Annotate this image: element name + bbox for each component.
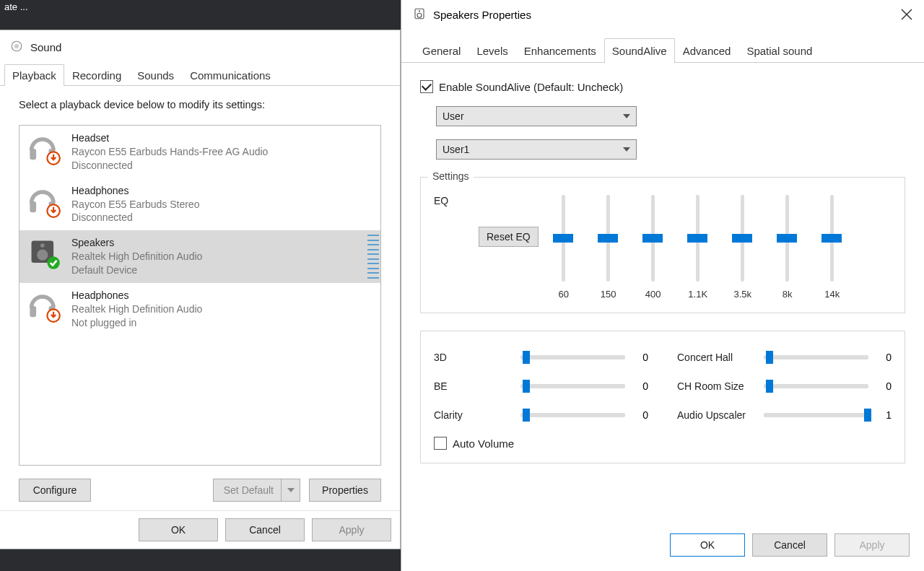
device-list[interactable]: HeadsetRaycon E55 Earbuds Hands-Free AG … — [19, 125, 381, 466]
eq-slider-3.5k[interactable]: 3.5k — [731, 195, 755, 300]
slider-thumb[interactable] — [864, 409, 871, 422]
ok-button[interactable]: OK — [670, 533, 745, 557]
apply-button[interactable]: Apply — [312, 518, 391, 541]
effect-audio-upscaler: Audio Upscaler1 — [677, 409, 892, 421]
slider-thumb[interactable] — [523, 351, 530, 364]
close-icon[interactable] — [901, 9, 912, 20]
reset-eq-button[interactable]: Reset EQ — [479, 227, 539, 247]
tab-general[interactable]: General — [414, 38, 468, 63]
device-name: Speakers — [71, 236, 202, 250]
tab-levels[interactable]: Levels — [468, 38, 515, 63]
properties-button[interactable]: Properties — [309, 479, 381, 502]
ok-button[interactable]: OK — [139, 518, 218, 541]
effect-slider[interactable] — [520, 413, 625, 417]
effect-value: 0 — [634, 409, 648, 421]
tab-recording[interactable]: Recording — [64, 64, 129, 86]
svg-point-10 — [40, 244, 44, 248]
effect-ch-room-size: CH Room Size0 — [677, 380, 892, 392]
device-row[interactable]: HeadphonesRaycon E55 Earbuds StereoDisco… — [19, 178, 380, 231]
svg-rect-12 — [30, 306, 36, 317]
svg-point-17 — [417, 13, 422, 17]
tab-enhancements[interactable]: Enhancements — [516, 38, 604, 63]
eq-slider-400[interactable]: 400 — [641, 195, 666, 300]
instruction-text: Select a playback device below to modify… — [19, 99, 381, 110]
slider-thumb[interactable] — [642, 234, 663, 243]
slider-thumb[interactable] — [553, 234, 573, 243]
device-status: Disconnected — [71, 159, 268, 173]
headset-icon — [27, 131, 61, 166]
eq-slider-1.1K[interactable]: 1.1K — [686, 195, 710, 300]
device-status: Not plugged in — [71, 316, 202, 330]
device-description: Realtek High Definition Audio — [71, 250, 202, 263]
svg-point-9 — [37, 250, 48, 261]
effect-slider[interactable] — [520, 355, 625, 359]
tab-advanced[interactable]: Advanced — [675, 38, 739, 63]
eq-slider-150[interactable]: 150 — [596, 195, 621, 300]
eq-band-label: 14k — [824, 289, 840, 300]
eq-slider-60[interactable]: 60 — [552, 195, 576, 300]
slider-thumb[interactable] — [687, 234, 707, 243]
eq-band-label: 8k — [783, 289, 793, 300]
chevron-down-icon[interactable] — [281, 479, 300, 501]
settings-legend: Settings — [428, 170, 474, 182]
effect-slider[interactable] — [764, 413, 868, 417]
slider-thumb[interactable] — [766, 380, 773, 393]
effect-value: 1 — [877, 409, 892, 421]
speakers-properties-window: Speakers Properties GeneralLevelsEnhance… — [401, 0, 924, 571]
effect-slider[interactable] — [764, 384, 868, 388]
level-meter — [366, 230, 380, 283]
eq-band-label: 60 — [558, 289, 568, 300]
effect-label: 3D — [434, 352, 512, 363]
effect-be: BE0 — [434, 380, 648, 392]
device-status: Disconnected — [71, 211, 199, 225]
preset-combo-2[interactable]: User1 — [436, 139, 637, 160]
preset-combo-1[interactable]: User — [436, 106, 637, 126]
auto-volume-checkbox[interactable] — [434, 437, 447, 450]
configure-button[interactable]: Configure — [19, 479, 91, 502]
properties-tabs: GeneralLevelsEnhancementsSoundAliveAdvan… — [401, 29, 924, 63]
speaker-icon — [27, 236, 61, 271]
effect-label: Concert Hall — [677, 352, 755, 363]
eq-band-label: 150 — [601, 289, 616, 300]
auto-volume-label: Auto Volume — [453, 437, 514, 450]
slider-thumb[interactable] — [766, 351, 773, 364]
enable-soundalive-checkbox[interactable] — [420, 80, 433, 93]
device-description: Raycon E55 Earbuds Stereo — [71, 198, 199, 212]
eq-slider-8k[interactable]: 8k — [775, 195, 800, 300]
tab-spatial-sound[interactable]: Spatial sound — [738, 38, 820, 63]
svg-point-18 — [419, 10, 420, 12]
tab-communications[interactable]: Communications — [182, 64, 279, 86]
device-row[interactable]: HeadsetRaycon E55 Earbuds Hands-Free AG … — [19, 126, 380, 178]
tab-sounds[interactable]: Sounds — [129, 64, 182, 86]
effect-slider[interactable] — [764, 355, 868, 359]
svg-point-1 — [14, 44, 19, 48]
effect-value: 0 — [877, 352, 892, 363]
slider-thumb[interactable] — [821, 234, 842, 243]
slider-thumb[interactable] — [523, 409, 530, 422]
eq-band-label: 1.1K — [688, 289, 707, 300]
slider-thumb[interactable] — [523, 380, 530, 393]
effect-value: 0 — [877, 380, 892, 392]
cancel-button[interactable]: Cancel — [225, 518, 305, 541]
background-window-titlebar: ate ... — [0, 0, 401, 30]
device-description: Raycon E55 Earbuds Hands-Free AG Audio — [71, 145, 268, 159]
apply-button[interactable]: Apply — [834, 533, 910, 557]
eq-label: EQ — [434, 195, 463, 206]
device-row[interactable]: SpeakersRealtek High Definition AudioDef… — [19, 230, 380, 283]
background-dark-strip — [0, 549, 401, 571]
effect-label: Clarity — [434, 409, 512, 421]
cancel-button[interactable]: Cancel — [752, 533, 827, 557]
slider-thumb[interactable] — [598, 234, 618, 243]
slider-thumb[interactable] — [777, 234, 797, 243]
tab-soundalive[interactable]: SoundAlive — [604, 38, 675, 63]
set-default-button[interactable]: Set Default — [213, 479, 300, 502]
eq-band-label: 3.5k — [733, 289, 751, 300]
device-row[interactable]: HeadphonesRealtek High Definition AudioN… — [19, 283, 380, 336]
eq-slider-14k[interactable]: 14k — [820, 195, 845, 300]
effect-slider[interactable] — [520, 384, 625, 388]
slider-thumb[interactable] — [732, 234, 752, 243]
properties-title-text: Speakers Properties — [433, 9, 531, 21]
tab-playback[interactable]: Playback — [4, 64, 64, 86]
sound-tabs: PlaybackRecordingSoundsCommunications — [0, 64, 400, 86]
speaker-icon — [10, 40, 23, 55]
